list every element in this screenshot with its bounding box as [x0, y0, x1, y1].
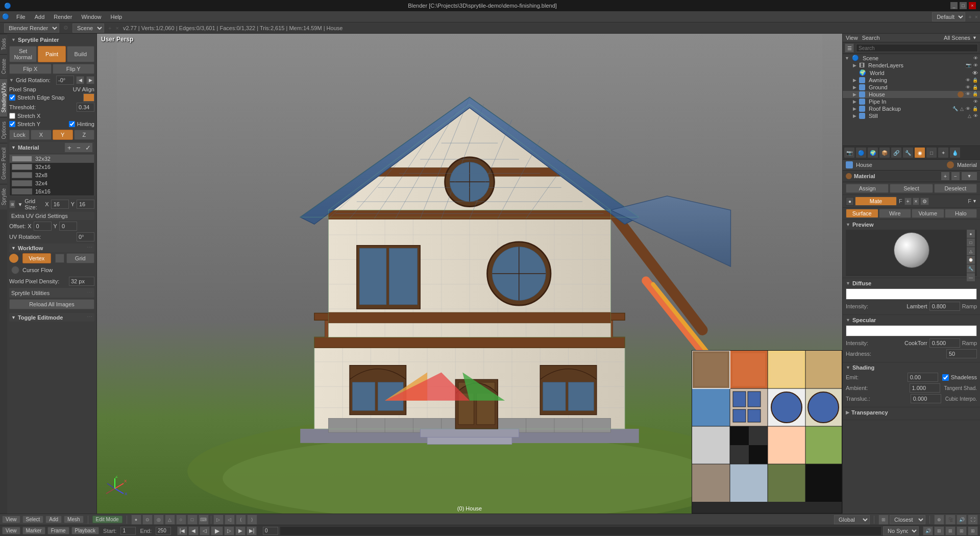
emit-value[interactable]: [908, 373, 938, 382]
grid-size-y[interactable]: [77, 200, 94, 209]
stretch-y-cb[interactable]: [9, 121, 15, 127]
vp-btn-5[interactable]: ○: [176, 515, 186, 525]
material-add-btn[interactable]: +: [65, 143, 74, 152]
scene-item-house[interactable]: ▶ House 👁 🔒: [843, 91, 980, 98]
tl-right-1[interactable]: 🔊: [923, 526, 933, 535]
prop-tab-material[interactable]: ◉: [914, 147, 925, 158]
extra-btn-2[interactable]: 🎥: [945, 515, 955, 525]
prop-tab-constraints[interactable]: 🔗: [891, 147, 902, 158]
outliner-search[interactable]: [856, 44, 978, 52]
view-btn[interactable]: View: [2, 516, 20, 523]
lock-x-btn[interactable]: X: [31, 130, 51, 140]
mat-item-2[interactable]: 32x8: [10, 171, 94, 179]
vp-btn-1[interactable]: ●: [131, 515, 141, 525]
prev-ctrl-2[interactable]: □: [967, 238, 975, 247]
prev-frame-btn[interactable]: ◀: [188, 526, 199, 535]
mat-settings-btn[interactable]: ⚙: [920, 198, 929, 205]
scene-item-ground[interactable]: ▶ Ground 👁 🔒: [843, 84, 980, 91]
specular-color[interactable]: [846, 325, 977, 336]
halo-btn[interactable]: Halo: [945, 209, 977, 218]
rb-lock[interactable]: 🔒: [972, 106, 978, 111]
prev-ctrl-1[interactable]: ●: [967, 230, 975, 238]
timeline-playback-btn[interactable]: Playback: [71, 527, 100, 534]
layout-dropdown[interactable]: Default: [932, 12, 965, 21]
lock-btn[interactable]: Lock: [9, 130, 30, 140]
select-btn[interactable]: Select: [890, 184, 933, 193]
vertex-btn[interactable]: Vertex: [22, 253, 51, 263]
flip-y-btn[interactable]: Flip Y: [53, 64, 95, 74]
build-btn[interactable]: Build: [67, 46, 94, 62]
prop-tab-render[interactable]: 📷: [844, 147, 855, 158]
reload-all-images-btn[interactable]: Reload All Images: [9, 299, 94, 309]
transluc-value[interactable]: [911, 394, 941, 403]
mat-expand-btn[interactable]: ▼: [972, 199, 977, 204]
rl-eye[interactable]: 👁: [973, 63, 978, 68]
diffuse-color[interactable]: [846, 288, 977, 300]
mat-item-3[interactable]: 32x4: [10, 179, 94, 187]
sync-dropdown[interactable]: No Sync: [883, 526, 919, 535]
scene-eye[interactable]: 👁: [973, 56, 978, 61]
tab-tools[interactable]: Tools: [0, 34, 7, 54]
mat-remove2-btn[interactable]: ×: [913, 198, 920, 205]
prev-ctrl-3[interactable]: △: [967, 247, 975, 255]
prev-ctrl-5[interactable]: 🔧: [967, 264, 975, 273]
prev-keyframe-btn[interactable]: ◁: [200, 526, 210, 535]
vp-btn-3[interactable]: ◎: [154, 515, 164, 525]
tab-options[interactable]: Options: [0, 117, 7, 143]
tab-sprytile[interactable]: Sprytile: [0, 184, 7, 209]
world-eye[interactable]: 👁: [972, 70, 978, 76]
mat-item-4[interactable]: 16x16: [10, 187, 94, 196]
lock-y-btn[interactable]: Y: [53, 130, 73, 140]
vp-btn-9[interactable]: ◁: [225, 515, 235, 525]
mat-add2-btn[interactable]: +: [904, 198, 912, 205]
snap-btn[interactable]: ⊞: [878, 515, 889, 525]
paint-btn[interactable]: Paint: [38, 46, 65, 62]
scene-item-scene[interactable]: ▼ 🔵 Scene 👁: [843, 54, 980, 62]
mate-btn[interactable]: Mate: [855, 197, 897, 206]
minimize-button[interactable]: _: [950, 2, 958, 9]
maximize-button[interactable]: □: [960, 2, 967, 9]
pi-eye[interactable]: 👁: [973, 99, 978, 104]
mode-btn[interactable]: Edit Mode: [92, 516, 122, 523]
vp-btn-7[interactable]: ⌨: [199, 515, 209, 525]
grid-icon[interactable]: ⊞: [9, 200, 15, 208]
grid-btn[interactable]: Grid: [66, 253, 95, 263]
extra-uv-header[interactable]: Extra UV Grid Settings: [9, 212, 94, 220]
grid-rotation-dec[interactable]: ◀: [76, 76, 84, 84]
material-remove-btn[interactable]: −: [74, 143, 83, 152]
material-header[interactable]: ▼ Material + − ✓: [9, 142, 94, 153]
prop-tab-physics[interactable]: 💧: [949, 147, 961, 158]
pivot-dropdown[interactable]: Global: [834, 515, 870, 524]
shadeless-cb[interactable]: [942, 374, 949, 381]
scene-item-pipe[interactable]: ▶ Pipe In 👁: [843, 98, 980, 105]
scene-item-still[interactable]: ▶ Still △ 👁: [843, 112, 980, 119]
grid-size-x[interactable]: [51, 200, 69, 209]
workflow-header[interactable]: ▼ Workflow ⋯: [9, 243, 94, 252]
grid-rotation-value[interactable]: [56, 76, 74, 85]
prop-tab-object[interactable]: 📦: [879, 147, 890, 158]
mat-add-btn[interactable]: +: [941, 172, 949, 180]
shading-title[interactable]: ▼ Shading: [846, 364, 977, 371]
mat-item-1[interactable]: 32x16: [10, 163, 94, 171]
start-value[interactable]: [120, 527, 136, 535]
mat-browse-btn[interactable]: ▼: [962, 172, 977, 180]
specular-title[interactable]: ▼ Specular: [846, 317, 977, 323]
select-btn-bottom[interactable]: Select: [22, 516, 44, 523]
menu-help[interactable]: Help: [107, 13, 127, 21]
timeline-view-btn[interactable]: View: [2, 527, 20, 534]
close-button[interactable]: ×: [969, 2, 976, 9]
wpd-value[interactable]: [69, 277, 94, 286]
deselect-btn[interactable]: Deselect: [934, 184, 977, 193]
diffuse-title[interactable]: ▼ Diffuse: [846, 280, 977, 286]
surface-btn[interactable]: Surface: [846, 209, 878, 218]
prop-tab-modifiers[interactable]: 🔧: [902, 147, 914, 158]
grid-dropdown[interactable]: ▼: [17, 202, 22, 207]
vp-btn-4[interactable]: △: [165, 515, 175, 525]
mat-item-0[interactable]: 32x32: [10, 155, 94, 163]
outliner-filter-btn[interactable]: ☰: [845, 43, 854, 53]
prev-ctrl-6[interactable]: —: [967, 273, 975, 281]
menu-add[interactable]: Add: [31, 13, 49, 21]
tl-right-5[interactable]: ⊞: [968, 526, 978, 535]
stretch-x-cb[interactable]: [9, 113, 15, 119]
offset-x[interactable]: [34, 222, 52, 231]
